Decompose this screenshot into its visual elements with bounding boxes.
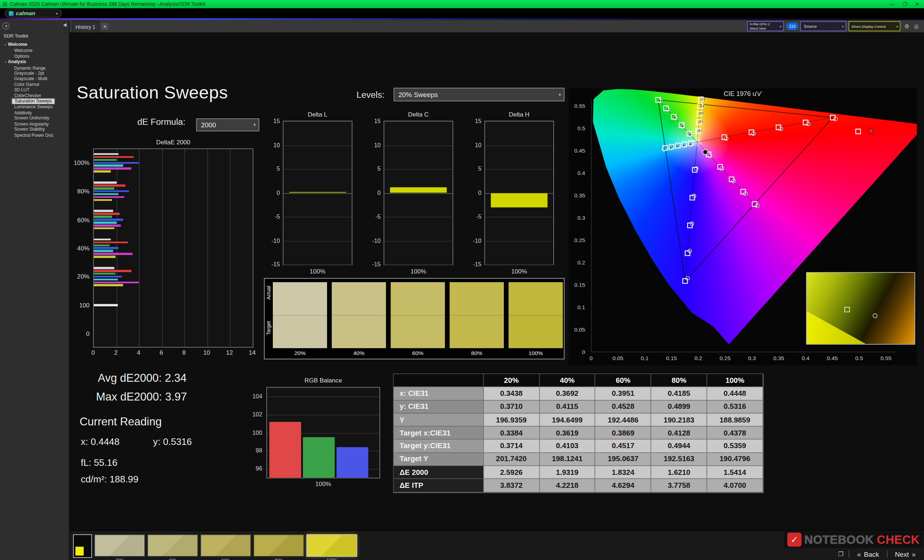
cie-1976-diagram: CIE 1976 u'v' 0.550.50.450.40.350.30.250… [569,88,917,365]
x-tick-label: 14 [245,349,259,356]
table-cell: 1.9319 [540,466,596,479]
collapse-circle-icon[interactable]: ◄ [3,22,10,30]
swatch-80 [450,282,504,348]
row-label: Target x:CIE31 [394,427,484,439]
history-thumb-40[interactable] [147,535,198,557]
table-row: y: CIE310.37100.41150.45280.48990.5316 [394,401,764,413]
collapse-arrow-icon[interactable]: ◀ [63,22,66,28]
de-formula-dropdown[interactable]: 2000 ▼ [196,118,260,131]
bar [94,273,116,275]
bar [94,225,121,227]
bar [94,279,118,281]
live-preview-tile[interactable] [73,535,92,558]
x-tick-label: 2 [109,349,123,356]
table-cell: 198.1241 [540,453,596,466]
history-thumb-60[interactable] [200,535,251,557]
maximize-button[interactable]: ❐ [903,1,907,7]
y-tick-label: -10 [265,237,280,244]
row-label: Target y:CIE31 [394,440,484,453]
x-axis-label: 100% [266,480,380,488]
x-tick-label: 12 [222,349,236,356]
history-thumb-80[interactable] [254,535,304,557]
history-thumb-100[interactable] [306,535,357,557]
bar [94,270,131,272]
bar [94,304,118,306]
group-label: Analysis [8,59,26,64]
table-cell: 0.5316 [707,401,763,413]
sidebar-item-saturation-sweeps[interactable]: Saturation Sweeps [12,99,55,105]
swatch-100 [508,282,563,348]
add-tab-button[interactable]: + [101,23,109,30]
sidebar-item-spectral-power-dist[interactable]: Spectral Power Dist. [0,132,70,138]
sidebar-group-welcome[interactable]: ▾Welcome [0,42,70,48]
y-axis-labels: 151050-5-10-15 [265,121,281,265]
source-label: Source [804,24,817,28]
y-tick-label: 0 [72,330,90,337]
settings-gear-button[interactable]: ⚙ [903,22,911,30]
measured-marker-magenta [708,154,712,158]
sidebar-item-grayscale-multi[interactable]: Grayscale - Multi [0,76,70,82]
plot-area [484,121,554,265]
bar [94,281,139,284]
sidebar-item-screen-stability[interactable]: Screen Stability [0,127,70,132]
next-button[interactable]: Next » [892,550,918,558]
bar [94,187,114,189]
sidebar-item-screen-angularity[interactable]: Screen Angularity [0,121,70,127]
calman-menu-button[interactable]: calman ▾ [5,9,62,17]
y-tick-label: -5 [467,213,482,220]
chart-title: RGB Balance [266,376,380,383]
measured-marker-blue [690,222,694,226]
target-color-patch [332,315,386,348]
titlebar: Calman 2025 Calman Ultimate for Business… [0,0,924,8]
table-cell: 0.4378 [707,427,763,439]
sidebar-item-3d-lut[interactable]: 3D LUT [0,87,70,93]
page-navigation: ❐ « Back Next » [838,549,918,559]
de-formula-value: 2000 [201,121,216,129]
bar [94,162,140,164]
target-button[interactable]: ◎ [912,22,920,30]
target-color-patch [508,315,563,348]
main-content: Saturation Sweeps dE Formula: 2000 ▼ Lev… [70,33,924,530]
table-cell: 0.4899 [651,401,707,413]
bar [94,156,134,158]
grid-line [267,397,380,397]
window-restore-icon[interactable]: ❐ [838,551,843,557]
bar [94,153,119,155]
chevron-down-icon: ▾ [56,11,58,15]
history-thumb-20[interactable] [94,535,145,557]
collapse-triangle-icon: ▾ [5,60,6,64]
meter-count-badge: 233 [786,22,798,30]
source-selector[interactable]: Source ▼ [800,21,846,31]
avg-de2000-label: Avg dE2000: [98,372,162,384]
x-tick-label: 0.45 [824,355,841,361]
bar [94,170,111,172]
sidebar-item-dynamic-range[interactable]: Dynamic Range [0,65,70,71]
sidebar-item-options[interactable]: Options [0,53,70,59]
levels-dropdown[interactable]: 20% Sweeps ▼ [394,88,564,101]
sidebar-item-welcome[interactable]: Welcome [0,48,70,53]
display-control-selector[interactable]: Direct Display Control ▼ [849,21,900,31]
sidebar-group-analysis[interactable]: ▾Analysis [0,59,70,65]
sidebar-item-grayscale-2pt[interactable]: Grayscale - 2pt [0,71,70,76]
sidebar-item-color-gamut[interactable]: Color Gamut [0,82,70,87]
close-button[interactable]: ✕ [915,1,919,7]
target-marker-extra [856,129,861,134]
sidebar-header: ◄ ◀ [0,20,70,33]
meter-selector[interactable]: X-Rite i1Pro 2 Direct View ▼ [747,21,784,31]
bar-blue [336,447,368,478]
sidebar-item-screen-uniformity[interactable]: Screen Uniformity [0,115,70,121]
de-formula-label: dE Formula: [137,117,185,127]
y-tick-label: 0 [569,349,585,355]
y-tick-label: 0.5 [569,125,585,131]
y-tick-label: 96 [246,465,262,472]
tab-history-1[interactable]: History 1 [72,21,99,33]
bar [94,219,123,221]
chevron-down-icon: ▼ [253,123,256,127]
sidebar-item-luminance-sweeps[interactable]: Luminance Sweeps [0,105,70,110]
measured-marker-magenta [720,167,724,170]
sidebar-item-colorchecker[interactable]: ColorChecker [0,93,70,98]
minimize-button[interactable]: — [890,1,895,7]
back-button[interactable]: « Back [855,550,881,558]
grid-line [485,169,554,170]
sidebar-item-additivity[interactable]: Additivity [0,110,70,115]
